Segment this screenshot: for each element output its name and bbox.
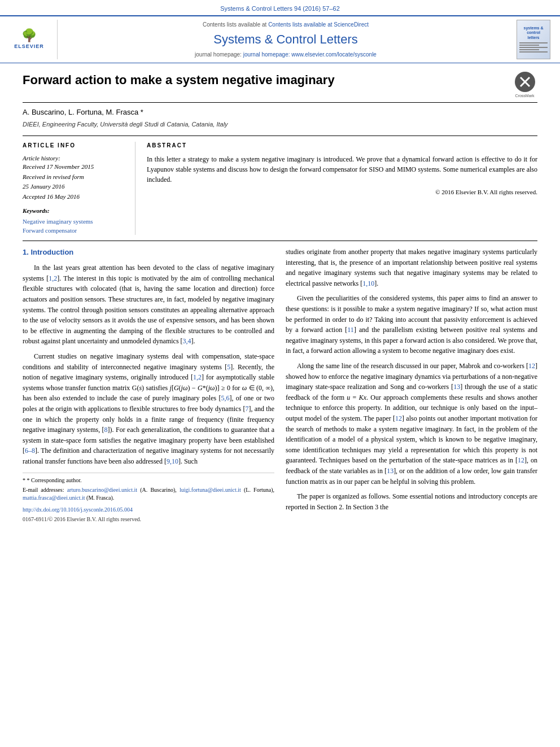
elsevier-brand-text: ELSEVIER xyxy=(14,43,44,50)
authors-text: A. Buscarino, L. Fortuna, M. Frasca * xyxy=(23,108,143,116)
journal-header-bar: 🌳 ELSEVIER Contents lists available at C… xyxy=(0,15,560,63)
footnote-corresponding-text: * Corresponding author. xyxy=(27,477,82,483)
homepage-line: journal homepage: journal homepage: www.… xyxy=(195,51,377,59)
copyright-line: 0167-6911/© 2016 Elsevier B.V. All right… xyxy=(23,515,274,524)
history-label: Article history: xyxy=(23,154,126,163)
right-paragraph-1: studies originate from another property … xyxy=(286,247,537,289)
footnote-star-icon: * xyxy=(23,477,25,483)
accepted-date: Accepted 16 May 2016 xyxy=(23,193,126,201)
article-info-panel: ARTICLE INFO Article history: Received 1… xyxy=(23,142,135,235)
paper-title: Forward action to make a system negative… xyxy=(23,72,512,89)
elsevier-logo: 🌳 ELSEVIER xyxy=(7,20,58,59)
journal-reference: Systems & Control Letters 94 (2016) 57–6… xyxy=(0,0,560,15)
footnote-author3: (M. Frasca). xyxy=(86,495,114,501)
contents-available-line: Contents lists available at Contents lis… xyxy=(203,21,369,29)
email-link-1[interactable]: arturo.buscarino@dieei.unict.it xyxy=(67,487,137,493)
homepage-link[interactable]: journal homepage: www.elsevier.com/locat… xyxy=(243,51,377,58)
section-divider xyxy=(23,241,537,241)
thumbnail-line-4 xyxy=(519,49,539,50)
footnote-emails: E-mail addresses: arturo.buscarino@dieei… xyxy=(23,486,274,502)
thumbnail-line-3 xyxy=(519,47,548,48)
footnote-author2: (L. Fortuna), xyxy=(244,487,274,493)
footnote-author1: (A. Buscarino), xyxy=(140,487,177,493)
affiliation-line: DIEEI, Engineering Faculty, Università d… xyxy=(23,120,537,129)
right-paragraph-4: The paper is organized as follows. Some … xyxy=(286,491,537,512)
keyword-2[interactable]: Forward compensator xyxy=(23,226,126,235)
sciencedirect-link[interactable]: Contents lists available at ScienceDirec… xyxy=(268,21,369,28)
thumbnail-decoration xyxy=(519,42,548,54)
thumbnail-image: systems &controlletters xyxy=(517,20,550,59)
email-link-2[interactable]: luigi.fortuna@dieei.unict.it xyxy=(180,487,241,493)
journal-thumbnail: systems &controlletters xyxy=(514,20,553,59)
body-content: 1. Introduction In the last years great … xyxy=(23,247,537,523)
journal-title-block: Contents lists available at Contents lis… xyxy=(63,20,508,59)
thumbnail-line-1 xyxy=(519,42,548,43)
thumbnail-line-2 xyxy=(519,45,539,46)
crossmark-badge[interactable]: CrossMark xyxy=(512,72,537,98)
crossmark-label: CrossMark xyxy=(515,93,535,99)
doi-line[interactable]: http://dx.doi.org/10.1016/j.sysconle.201… xyxy=(23,505,274,514)
body-left-column: 1. Introduction In the last years great … xyxy=(23,247,274,523)
abstract-header: ABSTRACT xyxy=(147,142,537,150)
abstract-panel: ABSTRACT In this letter a strategy to ma… xyxy=(147,142,537,235)
right-paragraph-2: Given the peculiarities of the considere… xyxy=(286,293,537,356)
revised-label: Received in revised form xyxy=(23,173,126,181)
journal-ref-text: Systems & Control Letters 94 (2016) 57–6… xyxy=(220,5,340,12)
keyword-1[interactable]: Negative imaginary systems xyxy=(23,217,126,226)
journal-main-title: Systems & Control Letters xyxy=(213,31,358,49)
article-info-header: ARTICLE INFO xyxy=(23,142,126,150)
keywords-label: Keywords: xyxy=(23,207,126,215)
elsevier-tree-icon: 🌳 xyxy=(21,29,37,42)
footnote-emails-label: E-mail addresses: xyxy=(23,487,64,493)
doi-link[interactable]: http://dx.doi.org/10.1016/j.sysconle.201… xyxy=(23,506,133,513)
revised-date: 25 January 2016 xyxy=(23,182,126,191)
authors-line: A. Buscarino, L. Fortuna, M. Frasca * xyxy=(23,107,537,117)
received-date: Received 17 November 2015 xyxy=(23,163,126,171)
paper-title-section: Forward action to make a system negative… xyxy=(23,72,537,103)
right-paragraph-3: Along the same line of the research disc… xyxy=(286,361,537,487)
article-history-block: Article history: Received 17 November 20… xyxy=(23,154,126,201)
introduction-title: 1. Introduction xyxy=(23,247,274,258)
abstract-copyright: © 2016 Elsevier B.V. All rights reserved… xyxy=(147,188,537,196)
email-link-3[interactable]: mattia.frasca@dieei.unict.it xyxy=(23,495,85,501)
footnote-section: * * Corresponding author. E-mail address… xyxy=(23,473,274,524)
thumbnail-title-text: systems &controlletters xyxy=(523,26,543,40)
abstract-text: In this letter a strategy to make a syst… xyxy=(147,154,537,185)
body-right-column: studies originate from another property … xyxy=(286,247,537,523)
intro-paragraph-1: In the last years great attention has be… xyxy=(23,263,274,347)
intro-paragraph-2: Current studies on negative imaginary sy… xyxy=(23,351,274,467)
article-info-abstract-section: ARTICLE INFO Article history: Received 1… xyxy=(23,136,537,235)
footnote-corresponding: * * Corresponding author. xyxy=(23,477,274,484)
crossmark-circle xyxy=(515,72,535,92)
crossmark-icon xyxy=(518,75,532,89)
thumbnail-line-5 xyxy=(519,51,548,53)
paper-content: Forward action to make a system negative… xyxy=(0,63,560,532)
